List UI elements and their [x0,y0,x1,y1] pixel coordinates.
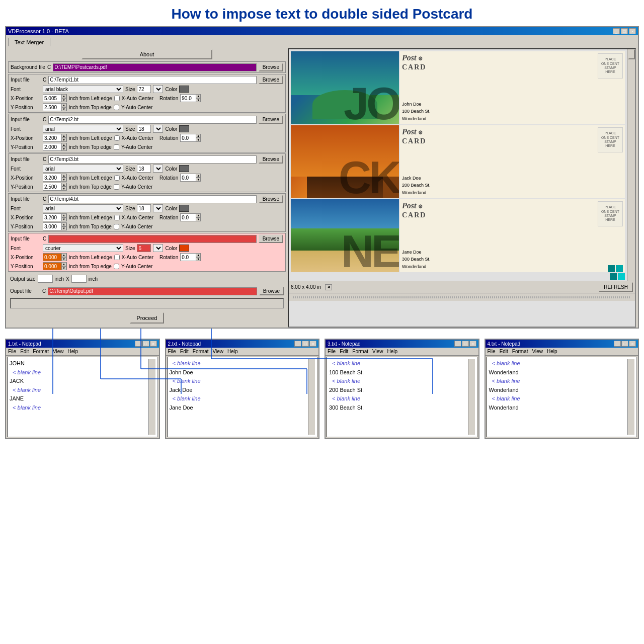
notepad-3-menu-view[interactable]: View [372,349,383,354]
xpos-4-input[interactable] [43,214,61,221]
font-1-select[interactable]: arial black [43,85,123,93]
notepad-1-menu-help[interactable]: Help [68,349,78,354]
notepad-4-menu-edit[interactable]: Edit [500,349,508,354]
yauto-2-checkbox[interactable] [114,144,119,150]
xauto-3-checkbox[interactable] [114,175,120,181]
rotation-3-up[interactable]: ▲ [196,174,201,178]
notepad-2-max[interactable]: □ [302,341,309,347]
xpos-5-up[interactable]: ▲ [61,253,66,257]
size-3-select[interactable]: ▼ [153,165,163,173]
minimize-button[interactable]: _ [613,28,620,34]
notepad-2-menu-view[interactable]: View [213,349,224,354]
ypos-1-up[interactable]: ▲ [61,103,66,107]
input-file-4-input[interactable] [48,195,256,203]
ypos-2-up[interactable]: ▲ [61,143,66,147]
ypos-3-input[interactable] [43,183,61,190]
notepad-1-max[interactable]: □ [142,341,149,347]
xpos-2-down[interactable]: ▼ [61,138,66,142]
notepad-4-menu-format[interactable]: Format [512,349,528,354]
size-4-input[interactable] [137,204,151,212]
color-3-box[interactable] [179,165,189,172]
xpos-1-down[interactable]: ▼ [61,98,66,102]
notepad-1-menu-file[interactable]: File [8,349,16,354]
yauto-4-checkbox[interactable] [114,224,119,229]
size-2-select[interactable]: ▼ [153,125,163,133]
rotation-3-down[interactable]: ▼ [196,178,201,182]
input-file-5-input[interactable] [48,235,256,243]
notepad-1-scrollbar[interactable] [148,359,155,435]
xpos-3-input[interactable] [43,174,61,181]
size-5-input[interactable] [137,244,151,252]
input-file-5-browse[interactable]: Browse [259,234,283,243]
yauto-3-checkbox[interactable] [114,184,119,190]
ypos-5-up[interactable]: ▲ [61,262,66,266]
ypos-3-down[interactable]: ▼ [61,187,66,191]
ypos-4-up[interactable]: ▲ [61,222,66,226]
font-2-select[interactable]: arial [43,125,123,133]
notepad-2-scrollbar[interactable] [308,359,315,435]
output-file-browse[interactable]: Browse [259,287,284,295]
rotation-2-up[interactable]: ▲ [196,134,201,138]
color-4-box[interactable] [179,205,189,212]
xpos-4-down[interactable]: ▼ [61,217,66,221]
notepad-1-min[interactable]: _ [135,341,142,347]
rotation-4-down[interactable]: ▼ [196,217,201,221]
size-2-input[interactable] [137,125,151,133]
preview-scrollbar-h[interactable] [289,293,635,301]
notepad-4-min[interactable]: _ [614,341,621,347]
notepad-2-menu-file[interactable]: File [168,349,176,354]
notepad-3-menu-file[interactable]: File [328,349,336,354]
xpos-5-input[interactable] [43,254,61,261]
color-2-box[interactable] [179,125,189,132]
output-file-input[interactable] [48,287,257,295]
rotation-1-up[interactable]: ▲ [196,94,201,98]
notepad-3-min[interactable]: _ [454,341,461,347]
output-width-input[interactable]: 6 [38,275,53,283]
notepad-4-close[interactable]: × [629,341,636,347]
refresh-button[interactable]: REFRESH [599,282,633,292]
yauto-5-checkbox[interactable] [114,264,119,269]
tab-text-merger[interactable]: Text Merger [8,38,50,46]
rotation-5-down[interactable]: ▼ [196,257,201,261]
color-1-box[interactable] [179,86,189,93]
ypos-3-up[interactable]: ▲ [61,183,66,187]
rotation-2-input[interactable] [181,134,196,141]
xauto-1-checkbox[interactable] [114,96,120,101]
font-3-select[interactable]: arial [43,165,123,173]
yauto-1-checkbox[interactable] [114,105,119,110]
notepad-4-menu-view[interactable]: View [532,349,543,354]
xpos-1-up[interactable]: ▲ [61,94,66,98]
preview-nav-icon[interactable]: ◄ [325,284,332,290]
rotation-2-down[interactable]: ▼ [196,138,201,142]
notepad-3-close[interactable]: × [469,341,476,347]
ypos-5-input[interactable] [43,263,61,270]
size-1-input[interactable] [137,85,151,93]
rotation-5-input[interactable] [181,254,196,261]
font-5-select[interactable]: courier [43,244,123,252]
ypos-1-input[interactable] [43,104,61,111]
xpos-2-input[interactable] [43,134,61,141]
input-file-3-browse[interactable]: Browse [259,155,283,164]
xauto-5-checkbox[interactable] [114,255,120,260]
background-file-browse[interactable]: Browse [259,63,283,71]
notepad-1-menu-view[interactable]: View [53,349,64,354]
input-file-2-input[interactable] [48,116,256,124]
color-5-box[interactable] [179,245,189,252]
preview-scrollbar-v[interactable] [627,49,635,281]
maximize-button[interactable]: □ [621,28,628,34]
ypos-4-down[interactable]: ▼ [61,226,66,230]
rotation-4-up[interactable]: ▲ [196,213,201,217]
ypos-2-down[interactable]: ▼ [61,147,66,151]
ypos-2-input[interactable] [43,143,61,150]
xpos-1-input[interactable] [43,95,61,102]
notepad-1-menu-format[interactable]: Format [33,349,49,354]
xpos-2-up[interactable]: ▲ [61,134,66,138]
xauto-4-checkbox[interactable] [114,215,120,220]
notepad-3-menu-edit[interactable]: Edit [340,349,348,354]
ypos-1-down[interactable]: ▼ [61,107,66,111]
notepad-2-close[interactable]: × [309,341,316,347]
ypos-5-down[interactable]: ▼ [61,266,66,270]
notepad-1-close[interactable]: × [150,341,157,347]
notepad-2-menu-edit[interactable]: Edit [180,349,189,354]
size-5-select[interactable]: ▼ [153,244,163,252]
